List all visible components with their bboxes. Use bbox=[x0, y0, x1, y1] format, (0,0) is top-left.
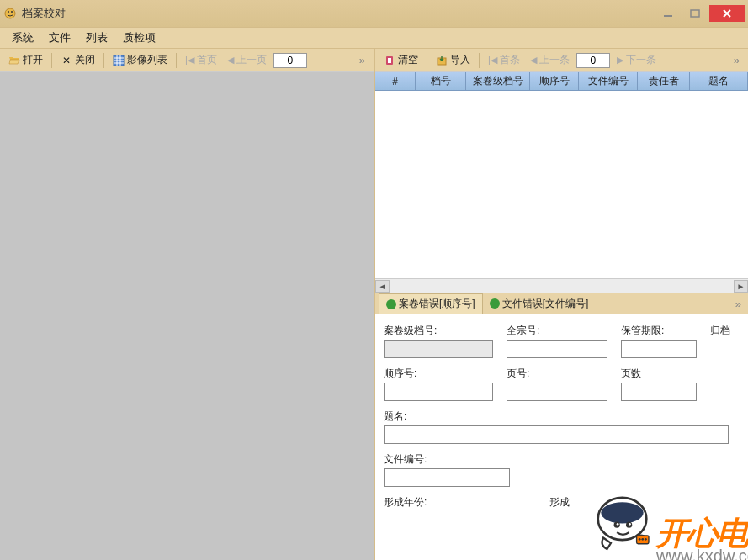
green-dot-icon bbox=[490, 298, 500, 309]
scroll-right-icon[interactable]: ► bbox=[734, 280, 748, 293]
menu-file[interactable]: 文件 bbox=[42, 29, 77, 47]
window-controls bbox=[655, 5, 745, 22]
window-title: 档案校对 bbox=[22, 6, 66, 21]
green-dot-icon bbox=[386, 299, 396, 309]
prev-rec-icon: ◀ bbox=[530, 55, 537, 66]
prev-record-button[interactable]: ◀ 上一条 bbox=[527, 51, 573, 69]
prev-page-label: 上一页 bbox=[236, 53, 267, 67]
maximize-button[interactable] bbox=[682, 5, 708, 22]
left-toolbar: 打开 ✕ 关闭 影像列表 |◀ 首页 ◀ 上一页 » bbox=[0, 49, 374, 72]
first-icon: |◀ bbox=[185, 55, 194, 66]
menubar: 系统 文件 列表 质检项 bbox=[0, 27, 748, 49]
label-form-year: 形成年份: bbox=[384, 495, 427, 510]
label-archive: 归档 bbox=[710, 324, 730, 338]
input-seq-no[interactable] bbox=[384, 383, 493, 401]
tab-file-label: 文件错误[文件编号] bbox=[502, 297, 589, 311]
menu-system[interactable]: 系统 bbox=[5, 29, 40, 47]
input-fond-no[interactable] bbox=[507, 340, 607, 358]
th-dochao[interactable]: 档号 bbox=[416, 72, 466, 90]
image-viewer bbox=[0, 72, 374, 560]
clear-button[interactable]: 清空 bbox=[380, 51, 422, 69]
close-file-button[interactable]: ✕ 关闭 bbox=[57, 51, 98, 69]
input-retention[interactable] bbox=[621, 340, 697, 358]
tab-volume-label: 案卷错误[顺序号] bbox=[399, 297, 475, 311]
prev-icon: ◀ bbox=[227, 55, 234, 66]
open-label: 打开 bbox=[23, 53, 43, 67]
error-tabs: 案卷错误[顺序号] 文件错误[文件编号] » bbox=[375, 293, 748, 314]
menu-list[interactable]: 列表 bbox=[79, 29, 114, 47]
next-record-button[interactable]: ▶ 下一条 bbox=[613, 51, 660, 69]
svg-rect-12 bbox=[388, 58, 391, 63]
first-rec-label: 首条 bbox=[500, 53, 520, 67]
input-file-no[interactable] bbox=[384, 468, 510, 487]
input-page-no[interactable] bbox=[507, 383, 607, 401]
import-label: 导入 bbox=[450, 53, 470, 67]
input-volume-no[interactable] bbox=[384, 340, 493, 358]
table-header-row: # 档号 案卷级档号 顺序号 文件编号 责任者 题名 bbox=[375, 72, 748, 91]
image-list-button[interactable]: 影像列表 bbox=[109, 51, 171, 69]
tab-volume-error[interactable]: 案卷错误[顺序号] bbox=[379, 293, 483, 314]
table-body bbox=[375, 91, 748, 278]
first-record-button[interactable]: |◀ 首条 bbox=[485, 51, 523, 69]
grid-icon bbox=[113, 55, 125, 66]
image-list-label: 影像列表 bbox=[127, 53, 167, 67]
svg-rect-20 bbox=[637, 536, 649, 544]
th-seq[interactable]: 顺序号 bbox=[530, 72, 579, 90]
label-retention: 保管期限: bbox=[621, 324, 697, 338]
expand-left-toolbar[interactable]: » bbox=[356, 54, 369, 66]
page-number-input[interactable] bbox=[273, 53, 307, 68]
import-button[interactable]: 导入 bbox=[432, 51, 474, 69]
input-pages[interactable] bbox=[621, 383, 697, 401]
left-panel: 打开 ✕ 关闭 影像列表 |◀ 首页 ◀ 上一页 » bbox=[0, 49, 375, 560]
tab-file-error[interactable]: 文件错误[文件编号] bbox=[483, 294, 596, 314]
svg-point-23 bbox=[645, 538, 647, 541]
th-fileno[interactable]: 文件编号 bbox=[579, 72, 638, 90]
horizontal-scrollbar[interactable]: ◄ ► bbox=[375, 278, 748, 293]
th-index[interactable]: # bbox=[375, 72, 416, 90]
svg-point-17 bbox=[626, 522, 632, 528]
first-page-label: 首页 bbox=[197, 53, 217, 67]
svg-point-21 bbox=[639, 538, 641, 541]
th-volume-no[interactable]: 案卷级档号 bbox=[466, 72, 530, 90]
svg-point-18 bbox=[617, 523, 619, 526]
label-file-no: 文件编号: bbox=[384, 452, 510, 467]
svg-point-1 bbox=[8, 11, 9, 13]
record-number-input[interactable] bbox=[576, 53, 610, 68]
menu-quality[interactable]: 质检项 bbox=[116, 29, 162, 47]
close-button[interactable] bbox=[709, 5, 745, 22]
first-page-button[interactable]: |◀ 首页 bbox=[182, 51, 220, 69]
clear-icon bbox=[384, 55, 395, 66]
prev-page-button[interactable]: ◀ 上一页 bbox=[224, 51, 270, 69]
right-panel: 清空 导入 |◀ 首条 ◀ 上一条 ▶ 下一条 » bbox=[375, 49, 748, 560]
prev-rec-label: 上一条 bbox=[539, 53, 570, 67]
scroll-left-icon[interactable]: ◄ bbox=[375, 280, 390, 293]
form-panel: 案卷级档号: 全宗号: 保管期限: 归档 顺序号: bbox=[375, 314, 748, 560]
x-icon: ✕ bbox=[61, 55, 72, 66]
import-icon bbox=[436, 55, 448, 66]
label-fond-no: 全宗号: bbox=[507, 324, 607, 338]
label-form-date: 形成 bbox=[549, 495, 570, 510]
svg-rect-4 bbox=[691, 10, 699, 17]
label-pages: 页数 bbox=[621, 367, 697, 381]
next-rec-icon: ▶ bbox=[617, 55, 623, 66]
first-rec-icon: |◀ bbox=[488, 55, 497, 66]
input-title[interactable] bbox=[384, 425, 729, 444]
label-seq-no: 顺序号: bbox=[384, 367, 493, 381]
svg-point-22 bbox=[642, 538, 645, 541]
app-icon bbox=[3, 7, 17, 20]
titlebar: 档案校对 bbox=[0, 0, 748, 27]
watermark-cn: 开心电 bbox=[656, 517, 747, 549]
svg-point-16 bbox=[614, 522, 620, 528]
label-page-no: 页号: bbox=[507, 367, 607, 381]
data-table: # 档号 案卷级档号 顺序号 文件编号 责任者 题名 ◄ ► bbox=[375, 72, 748, 293]
th-responsible[interactable]: 责任者 bbox=[638, 72, 690, 90]
label-volume-no: 案卷级档号: bbox=[384, 324, 493, 338]
open-button[interactable]: 打开 bbox=[5, 51, 46, 69]
expand-tabs[interactable]: » bbox=[732, 298, 745, 310]
th-title[interactable]: 题名 bbox=[690, 72, 748, 90]
clear-label: 清空 bbox=[398, 53, 418, 67]
watermark-url: www.kxdw.co bbox=[656, 547, 748, 560]
expand-right-toolbar[interactable]: » bbox=[730, 54, 743, 66]
svg-point-2 bbox=[11, 11, 13, 13]
minimize-button[interactable] bbox=[655, 5, 681, 22]
